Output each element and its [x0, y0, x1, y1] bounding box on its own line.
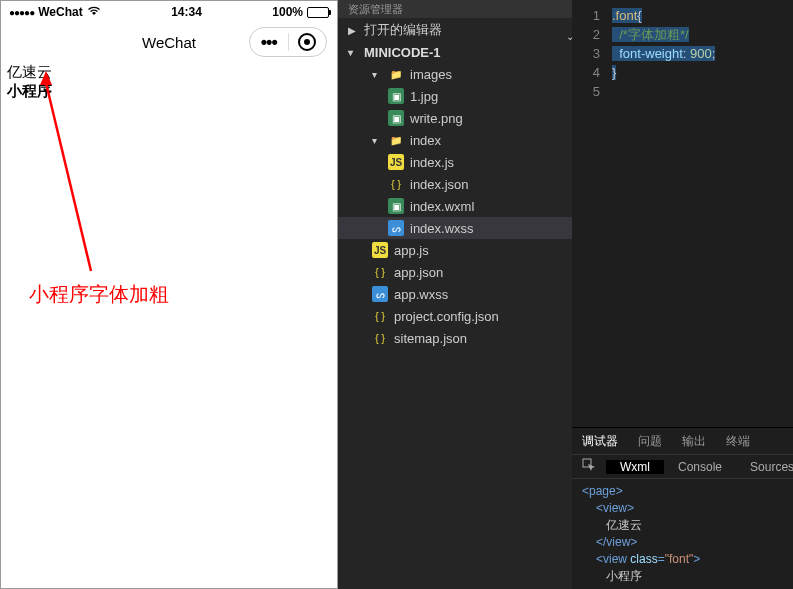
file-label: sitemap.json [394, 331, 467, 346]
svg-line-2 [46, 83, 91, 271]
file-app-wxss[interactable]: ᔕapp.wxss [338, 283, 572, 305]
wifi-icon [87, 5, 101, 19]
file-label: app.json [394, 265, 443, 280]
file-label: write.png [410, 111, 463, 126]
file-index-js[interactable]: JSindex.js [338, 151, 572, 173]
wxss-file-icon: ᔕ [388, 220, 404, 236]
chevron-right-icon: ▶ [348, 25, 358, 36]
tab-problems[interactable]: 问题 [638, 433, 662, 450]
json-file-icon: { } [372, 308, 388, 324]
file-app-json[interactable]: { }app.json [338, 261, 572, 283]
inspect-icon[interactable] [572, 458, 606, 475]
file-sitemap-json[interactable]: { }sitemap.json [338, 327, 572, 349]
line-number: 5 [572, 82, 600, 101]
devtools-subtabs: Wxml Console Sources N [572, 455, 793, 479]
folder-icon: 📁 [388, 66, 404, 82]
js-file-icon: JS [372, 242, 388, 258]
folder-label: images [410, 67, 452, 82]
wxml-output[interactable]: <page> <view> 亿速云 </view> <view class="f… [572, 479, 793, 589]
file-label: index.wxml [410, 199, 474, 214]
nav-bar: WeChat ••• [1, 23, 337, 61]
file-app-js[interactable]: JSapp.js [338, 239, 572, 261]
annotation-arrow-icon [11, 71, 131, 281]
battery-icon [307, 7, 329, 18]
json-file-icon: { } [372, 264, 388, 280]
file-label: index.wxss [410, 221, 474, 236]
subtab-wxml[interactable]: Wxml [606, 460, 664, 474]
chevron-down-icon: ▾ [348, 47, 358, 58]
file-label: index.json [410, 177, 469, 192]
bottom-panel: 调试器 问题 输出 终端 Wxml Console Sources N <pag… [572, 427, 793, 589]
folder-images[interactable]: ▾📁images [338, 63, 572, 85]
line-number: 4 [572, 63, 600, 82]
status-bar: ●●●●● WeChat 14:34 100% [1, 1, 337, 23]
page-content: 亿速云 小程序 小程序字体加粗 [1, 61, 337, 588]
wxml-file-icon: ▣ [388, 198, 404, 214]
target-circle-icon [298, 33, 316, 51]
tab-terminal[interactable]: 终端 [726, 433, 750, 450]
menu-dots-icon: ••• [261, 32, 277, 53]
clock-label: 14:34 [171, 5, 202, 19]
folder-label: index [410, 133, 441, 148]
battery-label: 100% [272, 5, 303, 19]
open-editors-section[interactable]: ▶ 打开的编辑器 [338, 18, 572, 42]
tab-debugger[interactable]: 调试器 [582, 433, 618, 450]
file-index-wxss[interactable]: ᔕindex.wxss [338, 217, 572, 239]
folder-icon: 📁 [388, 132, 404, 148]
line-number: 1 [572, 6, 600, 25]
simulator-panel: ●●●●● WeChat 14:34 100% WeChat ••• 亿速云 小… [0, 0, 338, 589]
file-label: 1.jpg [410, 89, 438, 104]
code-body: .font{ /*字体加粗*/ font-weight: 900; } [612, 6, 793, 427]
wxml-text: 亿速云 [582, 517, 783, 534]
file-tree: ▾📁images ▣1.jpg ▣write.png ▾📁index JSind… [338, 63, 572, 589]
carrier-label: WeChat [38, 5, 82, 19]
wxss-file-icon: ᔕ [372, 286, 388, 302]
image-file-icon: ▣ [388, 110, 404, 126]
project-section[interactable]: ▾ MINICODE-1 [338, 42, 572, 63]
line-number: ⌄2 [572, 25, 600, 44]
open-editors-label: 打开的编辑器 [364, 21, 442, 39]
file-label: project.config.json [394, 309, 499, 324]
chevron-down-icon: ▾ [372, 135, 382, 146]
project-label: MINICODE-1 [364, 45, 441, 60]
folder-index[interactable]: ▾📁index [338, 129, 572, 151]
signal-dots-icon: ●●●●● [9, 7, 34, 18]
chevron-down-icon: ▾ [372, 69, 382, 80]
json-file-icon: { } [372, 330, 388, 346]
image-file-icon: ▣ [388, 88, 404, 104]
file-label: index.js [410, 155, 454, 170]
file-1-jpg[interactable]: ▣1.jpg [338, 85, 572, 107]
annotation-caption: 小程序字体加粗 [29, 281, 169, 308]
subtab-console[interactable]: Console [664, 460, 736, 474]
panel-tabs: 调试器 问题 输出 终端 [572, 428, 793, 455]
js-file-icon: JS [388, 154, 404, 170]
page-text-line2: 小程序 [7, 82, 331, 101]
code-editor[interactable]: 1 ⌄2 3 4 5 .font{ /*字体加粗*/ font-weight: … [572, 0, 793, 427]
file-index-wxml[interactable]: ▣index.wxml [338, 195, 572, 217]
json-file-icon: { } [388, 176, 404, 192]
file-project-config[interactable]: { }project.config.json [338, 305, 572, 327]
file-explorer: 资源管理器 ▶ 打开的编辑器 ▾ MINICODE-1 ▾📁images ▣1.… [338, 0, 572, 589]
line-number: 3 [572, 44, 600, 63]
file-index-json[interactable]: { }index.json [338, 173, 572, 195]
capsule-button[interactable]: ••• [249, 27, 327, 57]
file-label: app.js [394, 243, 429, 258]
tab-output[interactable]: 输出 [682, 433, 706, 450]
subtab-sources[interactable]: Sources [736, 460, 793, 474]
editor-column: 1 ⌄2 3 4 5 .font{ /*字体加粗*/ font-weight: … [572, 0, 793, 589]
nav-title: WeChat [142, 34, 196, 51]
wxml-text: 小程序 [582, 568, 783, 585]
line-gutter: 1 ⌄2 3 4 5 [572, 6, 612, 427]
explorer-header: 资源管理器 [338, 0, 572, 18]
file-write-png[interactable]: ▣write.png [338, 107, 572, 129]
page-text-line1: 亿速云 [7, 63, 331, 82]
file-label: app.wxss [394, 287, 448, 302]
